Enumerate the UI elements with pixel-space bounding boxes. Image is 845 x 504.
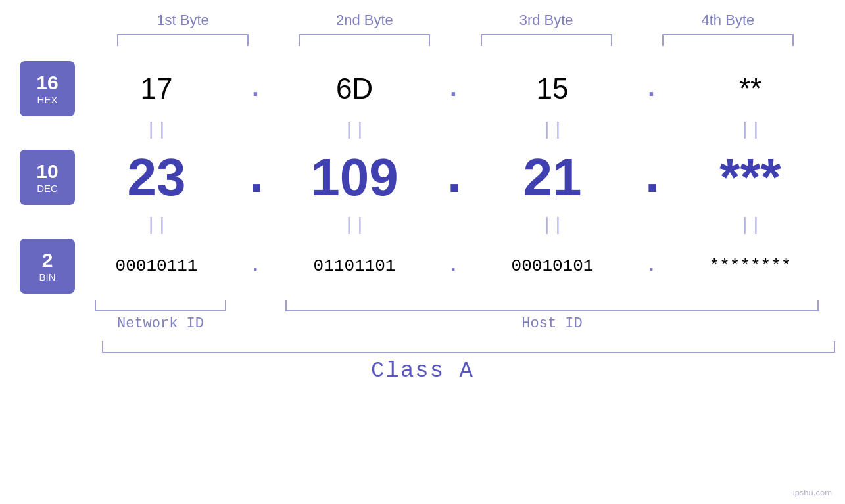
- bin-dot3: .: [637, 256, 666, 276]
- dec-dot2: .: [439, 148, 468, 208]
- bracket-byte3: [481, 34, 612, 46]
- dec-data-row: 10 DEC 23 . 109 . 21 . ***: [20, 141, 825, 214]
- main-container: 1st Byte 2nd Byte 3rd Byte 4th Byte 16 H…: [0, 0, 845, 504]
- dec-dot1: .: [241, 148, 270, 208]
- bottom-section: Network ID Host ID: [0, 300, 845, 332]
- eq2-b4: ||: [685, 215, 816, 235]
- equals-row-1: || || || ||: [20, 120, 825, 140]
- bottom-brackets-row: [92, 300, 819, 311]
- hex-dot3: .: [637, 75, 666, 103]
- dec-dot3: .: [637, 148, 666, 208]
- hex-values: 17 . 6D . 15 . **: [82, 72, 825, 105]
- hex-badge-label: HEX: [37, 94, 58, 105]
- hex-badge: 16 HEX: [20, 61, 75, 116]
- equals-row-2: || || || ||: [20, 215, 825, 235]
- hex-dot1: .: [241, 75, 270, 103]
- dec-badge-number: 10: [36, 162, 58, 181]
- bracket-byte1: [117, 34, 249, 46]
- dec-badge-label: DEC: [37, 183, 58, 194]
- dec-byte4: ***: [685, 147, 816, 208]
- rows-container: 16 HEX 17 . 6D . 15 . ** || || || ||: [0, 53, 845, 296]
- bracket-byte4: [662, 34, 794, 46]
- class-a-bracket: [102, 341, 835, 353]
- class-a-label-row: Class A: [0, 358, 845, 383]
- eq1-b4: ||: [685, 120, 816, 140]
- hex-dot2: .: [439, 75, 468, 103]
- dec-values: 23 . 109 . 21 . ***: [82, 147, 825, 208]
- bin-badge: 2 BIN: [20, 239, 75, 294]
- dec-byte2: 109: [289, 147, 420, 208]
- bin-data-row: 2 BIN 00010111 . 01101101 . 00010101 . *…: [20, 237, 825, 296]
- eq1-b2: ||: [289, 120, 420, 140]
- bin-byte4: ********: [685, 256, 816, 276]
- hex-byte1: 17: [91, 72, 222, 105]
- class-a-label: Class A: [371, 358, 474, 383]
- hex-byte4: **: [685, 72, 816, 105]
- watermark: ipshu.com: [793, 488, 832, 497]
- dec-byte1: 23: [91, 147, 222, 208]
- eq1-b1: ||: [91, 120, 222, 140]
- eq2-b1: ||: [91, 215, 222, 235]
- hex-badge-number: 16: [36, 73, 58, 93]
- eq2-b2: ||: [289, 215, 420, 235]
- host-id-bracket: [285, 300, 819, 311]
- byte2-header: 2nd Byte: [292, 12, 437, 29]
- bin-byte2: 01101101: [289, 256, 420, 276]
- byte4-header: 4th Byte: [656, 12, 800, 29]
- dec-badge: 10 DEC: [20, 150, 75, 205]
- bin-badge-number: 2: [42, 250, 53, 270]
- bin-badge-label: BIN: [39, 271, 55, 283]
- network-id-bracket: [95, 300, 226, 311]
- id-labels-row: Network ID Host ID: [92, 315, 819, 332]
- bin-values: 00010111 . 01101101 . 00010101 . *******…: [82, 256, 825, 276]
- bracket-byte2: [299, 34, 430, 46]
- hex-byte2: 6D: [289, 72, 420, 105]
- top-brackets: [0, 34, 845, 46]
- byte1-header: 1st Byte: [110, 12, 255, 29]
- eq1-b3: ||: [487, 120, 618, 140]
- host-id-label: Host ID: [285, 315, 819, 332]
- network-id-label: Network ID: [95, 315, 226, 332]
- byte3-header: 3rd Byte: [474, 12, 619, 29]
- bin-byte1: 00010111: [91, 256, 222, 276]
- bin-dot1: .: [241, 256, 270, 276]
- hex-data-row: 16 HEX 17 . 6D . 15 . **: [20, 59, 825, 118]
- hex-byte3: 15: [487, 72, 618, 105]
- bin-dot2: .: [439, 256, 468, 276]
- byte-headers: 1st Byte 2nd Byte 3rd Byte 4th Byte: [0, 0, 845, 29]
- eq2-b3: ||: [487, 215, 618, 235]
- dec-byte3: 21: [487, 147, 618, 208]
- bin-byte3: 00010101: [487, 256, 618, 276]
